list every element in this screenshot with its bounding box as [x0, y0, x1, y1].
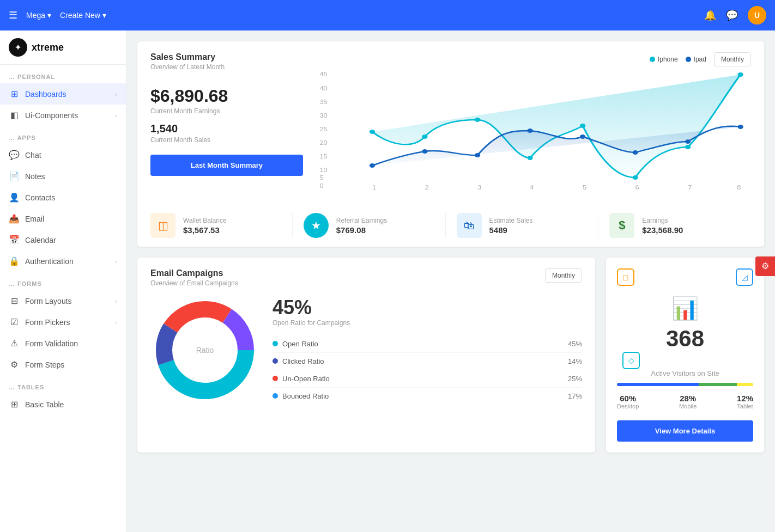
sales-amount: $6,890.68 [150, 86, 303, 106]
sidebar-item-calendar[interactable]: 📅 Calendar [0, 229, 126, 250]
settings-tab[interactable]: ⚙ [755, 256, 775, 276]
big-percent: 45% [273, 296, 582, 319]
section-tables: … TABLES [0, 375, 126, 394]
visitors-count: 368 [666, 326, 704, 352]
sidebar-item-contacts[interactable]: 👤 Contacts [0, 187, 126, 208]
sidebar-item-notes[interactable]: 📄 Notes [0, 166, 126, 187]
chevron-right-icon: › [115, 319, 117, 326]
chart-bar-icon: 📊 [671, 296, 699, 321]
sales-title: Sales Summary [150, 52, 303, 62]
sales-chart: Iphone Ipad Monthly [316, 52, 751, 193]
float-icon-1: ◻ [617, 268, 634, 286]
open-ratio-label: Open Ratio for Campaigns [273, 319, 582, 327]
email-campaigns-card: Email Campaigns Overview of Email Campai… [137, 258, 595, 452]
estimate-value: 5489 [489, 225, 533, 235]
sidebar-item-ui-components[interactable]: ◧ Ui-Components › [0, 105, 126, 126]
visitors-label: Active Visitors on Site [651, 369, 719, 377]
avatar[interactable]: U [748, 6, 766, 25]
form-steps-icon: ⚙ [9, 359, 20, 370]
sales-info: Sales Summary Overview of Latest Month $… [150, 52, 303, 193]
float-icon-3: ◇ [622, 352, 640, 369]
sidebar-item-email[interactable]: 📤 Email [0, 208, 126, 229]
auth-icon: 🔒 [9, 256, 20, 266]
chevron-right-icon: › [115, 91, 117, 97]
chat-icon[interactable]: 💬 [726, 9, 738, 21]
sales-subtitle: Overview of Latest Month [150, 63, 303, 71]
main-layout: ✦ xtreme … PERSONAL ⊞ Dashboards › ◧ Ui-… [0, 30, 775, 532]
donut-chart: Ratio [150, 296, 259, 405]
chat-nav-icon: 💬 [9, 150, 20, 160]
sidebar-item-chat[interactable]: 💬 Chat [0, 144, 126, 166]
form-pickers-icon: ☑ [9, 317, 20, 327]
svg-point-23 [632, 175, 638, 180]
referral-label: Referral Earnings [336, 217, 387, 224]
section-forms: … FORMS [0, 272, 126, 290]
svg-point-32 [685, 139, 691, 144]
desktop-bar [617, 383, 699, 386]
form-layouts-icon: ⊟ [9, 296, 20, 306]
stat-earnings: $ Earnings $23,568.90 [598, 213, 751, 238]
contacts-icon: 👤 [9, 192, 20, 203]
estimate-icon: 🛍 [457, 213, 482, 238]
ipad-legend: Ipad [686, 56, 706, 63]
last-month-button[interactable]: Last Month Summary [150, 155, 303, 176]
svg-point-20 [475, 118, 480, 122]
svg-text:8: 8 [737, 185, 741, 190]
svg-point-28 [475, 153, 480, 157]
view-more-button[interactable]: View More Details [617, 420, 753, 442]
svg-text:3: 3 [477, 185, 481, 190]
visitors-stats: 60% Desktop 28% Mobile 12% Tablet [617, 394, 753, 409]
svg-text:7: 7 [688, 185, 692, 190]
calendar-icon: 📅 [9, 235, 20, 245]
stat-wallet: ◫ Wallet Balance $3,567.53 [150, 213, 293, 238]
email-monthly-button[interactable]: Monthly [545, 268, 582, 283]
svg-text:Ratio: Ratio [196, 346, 214, 354]
create-new-menu[interactable]: Create New ▾ [60, 11, 106, 20]
hamburger-icon[interactable]: ☰ [9, 9, 17, 21]
notes-icon: 📄 [9, 171, 20, 181]
sidebar-item-dashboards[interactable]: ⊞ Dashboards › [0, 83, 126, 105]
wallet-icon-box: ◫ [150, 213, 175, 238]
basic-table-icon: ⊞ [9, 399, 20, 409]
logo-icon: ✦ [9, 38, 27, 57]
sidebar-item-basic-table[interactable]: ⊞ Basic Table [0, 394, 126, 415]
earnings-value: $23,568.90 [642, 225, 683, 235]
sidebar-item-form-validation[interactable]: ⚠ Form Validation [0, 333, 126, 354]
sidebar-item-form-steps[interactable]: ⚙ Form Steps [0, 354, 126, 375]
form-validation-icon: ⚠ [9, 338, 20, 348]
tablet-bar [737, 383, 753, 386]
monthly-filter-button[interactable]: Monthly [714, 52, 751, 66]
unopen-ratio-row: Un-Open Ratio 25% [273, 370, 582, 388]
visitors-card: ◻ ◿ 📊 368 ◇ Active Visitors on Site [606, 258, 764, 452]
svg-text:20: 20 [319, 140, 327, 145]
desktop-stat: 60% Desktop [617, 394, 639, 409]
svg-point-19 [422, 134, 427, 139]
svg-point-27 [422, 149, 427, 154]
svg-text:5: 5 [319, 175, 323, 180]
email-subtitle: Overview of Email Campaigns [150, 279, 238, 287]
svg-text:2: 2 [425, 185, 429, 190]
section-apps: … APPS [0, 126, 126, 144]
sidebar-item-form-pickers[interactable]: ☑ Form Pickers › [0, 311, 126, 333]
sidebar-item-authentication[interactable]: 🔒 Authentication › [0, 250, 126, 272]
bell-icon[interactable]: 🔔 [704, 9, 716, 21]
visitors-bar [617, 383, 753, 386]
svg-point-26 [370, 163, 375, 168]
sales-chart-svg: 45 40 35 30 25 20 15 10 5 0 1 2 3 [316, 71, 751, 191]
stat-referral: ★ Referral Earnings $769.08 [293, 213, 446, 238]
sidebar-item-form-layouts[interactable]: ⊟ Form Layouts › [0, 290, 126, 311]
svg-point-22 [580, 124, 585, 128]
chevron-right-icon: › [115, 298, 117, 304]
top-nav: ☰ Mega ▾ Create New ▾ 🔔 💬 U [0, 0, 775, 30]
dashboards-icon: ⊞ [9, 89, 20, 99]
svg-text:25: 25 [319, 126, 327, 132]
mega-menu[interactable]: Mega ▾ [26, 11, 51, 20]
svg-text:1: 1 [372, 185, 376, 190]
nav-right: 🔔 💬 U [704, 6, 766, 25]
svg-point-31 [632, 150, 638, 155]
chevron-right-icon: › [115, 258, 117, 265]
svg-point-18 [370, 130, 375, 134]
bottom-row: Email Campaigns Overview of Email Campai… [137, 258, 764, 452]
mobile-stat: 28% Mobile [679, 394, 697, 409]
ipad-dot [686, 57, 691, 62]
